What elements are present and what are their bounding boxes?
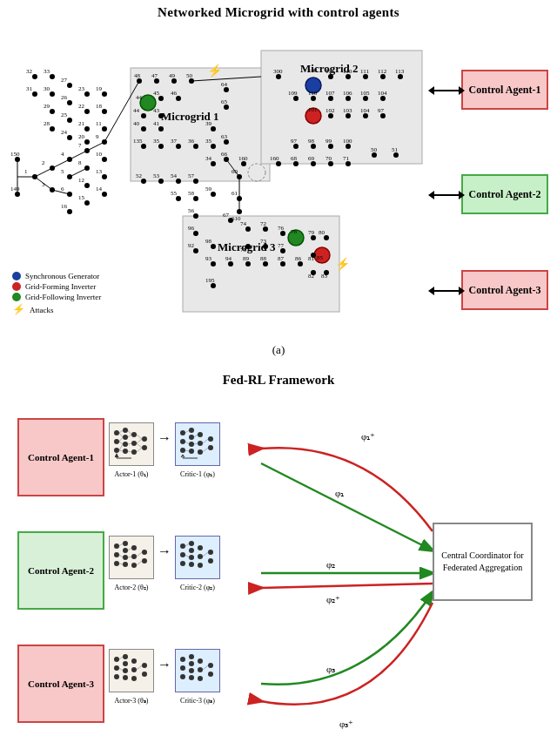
svg-point-358 [123,675,128,680]
svg-point-326 [131,554,137,559]
svg-point-68 [102,91,107,97]
svg-text:16: 16 [61,203,68,210]
svg-point-309 [208,436,213,442]
svg-text:12: 12 [78,177,85,184]
svg-point-346 [198,563,203,568]
svg-point-54 [67,100,72,105]
a-label: (a) [272,343,285,357]
svg-point-308 [198,449,203,455]
svg-text:61: 61 [232,190,238,197]
nn-area-2: Actor-2 (θ₂) → Critic-2 (φ₂) [109,536,220,579]
svg-text:160: 160 [238,155,248,162]
svg-text:77: 77 [278,242,285,249]
svg-text:41: 41 [153,120,160,127]
svg-line-314 [194,435,198,437]
svg-text:65: 65 [221,98,228,105]
sync-gen-dot [12,272,21,280]
actor-3-box [109,649,154,692]
svg-text:56: 56 [188,207,195,214]
svg-point-324 [123,562,128,567]
svg-text:160: 160 [270,155,279,162]
svg-text:110: 110 [343,68,352,75]
svg-line-315 [194,443,198,444]
svg-text:25: 25 [61,111,68,118]
svg-point-284 [142,445,147,450]
svg-text:110: 110 [308,90,318,97]
svg-text:37: 37 [171,138,178,145]
svg-point-372 [189,668,194,673]
svg-text:96: 96 [188,225,195,232]
svg-point-46 [50,91,55,97]
svg-line-285 [119,430,123,433]
svg-line-316 [203,439,208,443]
svg-text:108: 108 [308,67,318,74]
svg-line-286 [119,433,123,437]
svg-text:87: 87 [278,255,285,262]
actor-1-label: Actor-1 (θ₁) [109,470,154,478]
svg-text:102: 102 [325,107,335,114]
svg-text:105: 105 [360,90,370,97]
svg-point-374 [198,658,203,664]
svg-point-304 [189,442,194,447]
svg-point-36 [102,174,107,179]
svg-point-306 [198,432,203,437]
svg-text:49: 49 [169,72,176,79]
svg-text:610: 610 [232,215,241,222]
svg-point-92 [141,126,146,132]
svg-point-356 [123,661,128,666]
svg-point-300 [180,439,185,444]
svg-point-370 [189,654,194,659]
svg-text:11: 11 [96,120,102,127]
svg-text:13: 13 [96,168,103,175]
svg-point-371 [189,661,194,666]
svg-text:93: 93 [205,255,212,262]
svg-text:φ₁⁺: φ₁⁺ [361,431,375,442]
svg-text:89: 89 [243,255,250,262]
svg-point-378 [208,672,213,677]
critic-3-container: Critic-3 (φ₃) [175,649,220,692]
actor-3-container: Actor-3 (θ₃) [109,649,154,692]
svg-line-351 [203,552,208,557]
svg-point-352 [114,657,119,662]
svg-point-373 [189,675,194,680]
svg-text:103: 103 [343,107,352,114]
svg-text:111: 111 [325,68,334,75]
actor-1-box [109,422,154,466]
grid-forming-dot [12,282,21,291]
critic-1-label: Critic-1 (φ₁) [175,470,220,478]
svg-line-313 [185,450,189,451]
svg-text:99: 99 [325,138,332,145]
svg-text:φ₁: φ₁ [335,488,344,498]
svg-line-292 [128,435,131,437]
svg-text:21: 21 [78,120,85,127]
svg-line-293 [128,443,131,444]
svg-text:28: 28 [44,120,50,127]
svg-text:59: 59 [205,186,212,192]
control-agent-2-top: Control Agent-2 [461,174,548,214]
svg-line-294 [128,451,131,452]
svg-text:74: 74 [240,220,247,227]
svg-text:92: 92 [188,242,195,249]
svg-point-355 [123,654,128,659]
svg-point-302 [189,428,194,433]
svg-text:31: 31 [26,85,33,92]
svg-text:195: 195 [205,277,215,284]
svg-text:43: 43 [153,107,160,114]
svg-point-325 [131,545,137,550]
svg-text:48: 48 [134,72,141,79]
svg-line-331 [119,555,123,557]
svg-text:7: 7 [78,142,82,149]
svg-point-58 [67,135,72,140]
svg-text:2: 2 [42,159,45,166]
svg-text:101: 101 [308,106,318,113]
legend-sync-gen: Synchronous Generator [12,272,101,280]
svg-line-246 [70,151,87,159]
svg-text:⚡: ⚡ [207,64,223,78]
critic-2-label: Critic-2 (φ₂) [175,584,220,591]
svg-line-296 [137,439,142,443]
svg-text:26: 26 [61,94,68,101]
legend-grid-forming: Grid-Forming Inverter [12,282,101,291]
svg-text:113: 113 [395,68,405,75]
arrow-ca2 [433,194,460,196]
svg-text:34: 34 [205,155,212,162]
